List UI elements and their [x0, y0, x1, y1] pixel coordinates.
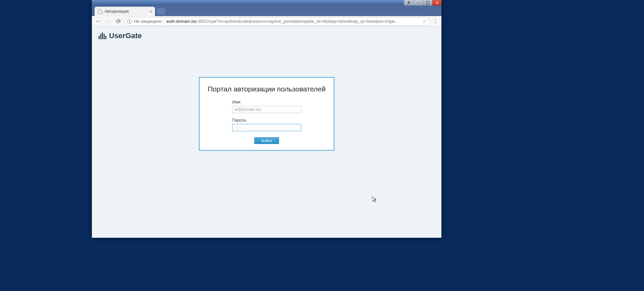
reload-button[interactable]: ⟳: [114, 17, 123, 26]
back-button[interactable]: ←: [94, 17, 103, 26]
tabs-row: Авторизация ×: [92, 5, 441, 16]
maximize-button[interactable]: [423, 0, 432, 5]
browser-window: ─ ✕ Авторизация × ← → ⟳ i Не защищено au…: [92, 0, 441, 238]
minimize-button[interactable]: ─: [413, 0, 423, 5]
page-content: UserGate Портал авторизации пользователе…: [92, 27, 441, 238]
name-group: Имя:: [232, 100, 301, 113]
cursor-icon: [372, 196, 378, 204]
page-icon: [98, 9, 103, 14]
menu-button[interactable]: ⋮: [431, 17, 439, 25]
address-bar-row: ← → ⟳ i Не защищено auth.domain.loc:8002…: [92, 16, 441, 27]
logo-text: UserGate: [109, 31, 142, 40]
new-tab-button[interactable]: [157, 8, 165, 15]
url-text: auth.domain.loc:8002/cpa?m=authenticate&…: [166, 19, 420, 24]
security-status: Не защищено: [134, 19, 162, 24]
bookmark-icon[interactable]: ☆: [422, 18, 427, 24]
window-titlebar: ─ ✕: [92, 0, 441, 5]
auth-title: Портал авторизации пользователей: [206, 85, 327, 93]
forward-button[interactable]: →: [104, 17, 113, 26]
name-input[interactable]: [232, 106, 301, 113]
browser-tab[interactable]: Авторизация ×: [95, 7, 155, 16]
auth-card: Портал авторизации пользователей Имя: Па…: [199, 77, 334, 151]
logo-bars-icon: [99, 32, 106, 39]
tab-title: Авторизация: [105, 9, 129, 14]
separator: [164, 18, 164, 24]
name-label: Имя:: [232, 100, 301, 104]
svg-point-0: [408, 1, 410, 3]
window-controls: ─ ✕: [404, 0, 441, 5]
close-button[interactable]: ✕: [432, 0, 441, 5]
user-button[interactable]: [404, 0, 413, 5]
login-button[interactable]: Войти: [254, 137, 279, 144]
password-input[interactable]: [232, 124, 301, 131]
usergate-logo: UserGate: [99, 31, 435, 40]
password-group: Пароль:: [232, 118, 301, 131]
address-bar[interactable]: i Не защищено auth.domain.loc:8002/cpa?m…: [124, 17, 430, 26]
tab-close-icon[interactable]: ×: [150, 9, 152, 14]
svg-rect-1: [426, 1, 429, 4]
password-label: Пароль:: [232, 118, 301, 123]
info-icon: i: [127, 19, 132, 24]
